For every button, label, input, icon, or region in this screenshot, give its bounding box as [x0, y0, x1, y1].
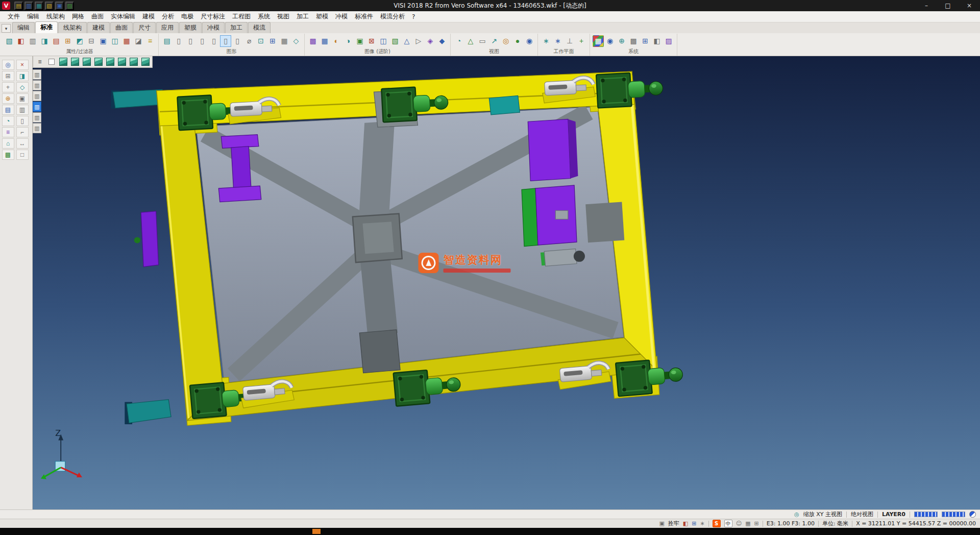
menu-item[interactable]: 实体编辑 [107, 11, 139, 22]
toolbar-icon[interactable]: ▤ [51, 35, 62, 47]
toolbar-icon[interactable]: ◧ [651, 35, 663, 47]
toolbar-icon[interactable]: ⊡ [255, 35, 266, 47]
ribbon-tab[interactable]: 编辑 [12, 22, 35, 33]
toolbar-icon[interactable]: ◨ [39, 35, 50, 47]
status-tool-icon[interactable]: ∗ [700, 520, 704, 527]
toolbar-icon[interactable]: ∗ [552, 35, 564, 47]
sidebar-tool-icon[interactable]: ▩ [2, 150, 14, 160]
menu-item[interactable]: 文件 [4, 11, 23, 22]
toolbar-icon[interactable]: ⊥ [564, 35, 575, 47]
menu-item[interactable]: 电极 [178, 11, 197, 22]
maximize-button[interactable]: □ [937, 0, 959, 11]
toolbar-icon[interactable]: ▩ [307, 35, 318, 47]
sidebar-tool-icon[interactable]: ▤ [2, 105, 14, 115]
toolbar-icon[interactable]: ⊕ [616, 35, 627, 47]
sidebar-tool-icon[interactable]: ◇ [16, 82, 29, 92]
close-button[interactable]: × [959, 0, 980, 11]
ribbon-tab[interactable]: 应用 [156, 22, 179, 33]
toolbar-icon[interactable]: ▥ [27, 35, 38, 47]
ribbon-tab[interactable]: 尺寸 [133, 22, 156, 33]
ribbon-tab[interactable]: 塑膜 [179, 22, 202, 33]
toolbar-icon[interactable]: ▨ [663, 35, 674, 47]
toolbar-icon[interactable]: ↗ [488, 35, 500, 47]
sidebar-tool-icon[interactable]: ▯ [16, 116, 29, 126]
toolbar-icon[interactable]: ◐ [331, 35, 342, 47]
view-cube-icon[interactable]: ≡ [34, 57, 45, 67]
toolbar-icon[interactable]: ◉ [524, 35, 535, 47]
ribbon-tab[interactable]: 曲面 [110, 22, 133, 33]
layer-cylinder-icon[interactable]: ▥ [33, 69, 41, 80]
layer-cylinder-icon[interactable]: ▥ [33, 112, 41, 123]
toolbar-icon[interactable]: ▭ [477, 35, 488, 47]
quick-access-icon[interactable]: ▤ [14, 2, 23, 10]
sidebar-tool-icon[interactable]: ◎ [2, 60, 14, 70]
sidebar-tool-icon[interactable]: ▣ [16, 93, 29, 104]
layer-cylinder-icon[interactable]: ▥ [33, 80, 41, 90]
layer-cylinder-icon[interactable]: ▥ [33, 91, 41, 101]
toolbar-icon[interactable]: ▯ [208, 35, 219, 47]
menu-item[interactable]: 系统 [254, 11, 274, 22]
toolbar-icon[interactable]: ◪ [133, 35, 144, 47]
quick-access-icon[interactable]: ▨ [65, 2, 74, 10]
sidebar-tool-icon[interactable]: ◨ [16, 71, 29, 81]
ribbon-tab[interactable]: 建模 [87, 22, 110, 33]
tab-dropdown-button[interactable]: ▾ [2, 24, 11, 33]
toolbar-icon[interactable]: ▯ [173, 35, 184, 47]
absolute-view-label[interactable]: 绝对视图 [851, 510, 873, 518]
toolbar-icon[interactable]: ◎ [500, 35, 511, 47]
view-cube-icon[interactable] [93, 57, 104, 67]
toolbar-icon[interactable]: ▩ [628, 35, 639, 47]
menu-item[interactable]: 线架构 [43, 11, 68, 22]
ime-emoji-icon[interactable]: ☺ [736, 520, 742, 527]
menu-item[interactable]: 标准件 [351, 11, 377, 22]
ime-toolbox-icon[interactable]: ⊞ [754, 520, 759, 527]
toolbar-icon[interactable]: ● [512, 35, 523, 47]
ribbon-tab[interactable]: 冲模 [202, 22, 225, 33]
toolbar-icon[interactable]: ⊞ [267, 35, 278, 47]
menu-item[interactable]: 加工 [293, 11, 312, 22]
view-cube-icon[interactable] [81, 57, 92, 67]
layer-cylinder-icon[interactable]: ▥ [33, 123, 41, 133]
toolbar-icon[interactable]: ▯ [232, 35, 243, 47]
toolbar-icon[interactable]: ◈ [425, 35, 436, 47]
sidebar-tool-icon[interactable]: ◔ [2, 116, 14, 126]
ribbon-tab[interactable]: 加工 [225, 22, 248, 33]
toolbar-icon[interactable]: ▦ [593, 35, 604, 47]
ime-language-toggle[interactable]: 中 [724, 520, 732, 527]
sidebar-tool-icon[interactable]: ≡ [2, 127, 14, 137]
sidebar-tool-icon[interactable]: ⌂ [2, 138, 14, 149]
menu-item[interactable]: ? [408, 12, 419, 21]
menu-item[interactable]: 视图 [274, 11, 293, 22]
toolbar-icon[interactable]: ◉ [604, 35, 616, 47]
toolbar-icon[interactable]: ⊞ [640, 35, 651, 47]
sidebar-tool-icon[interactable]: ↔ [16, 138, 29, 149]
toolbar-icon[interactable]: + [576, 35, 587, 47]
ribbon-tab[interactable]: 线架构 [58, 22, 87, 33]
viewport-canvas[interactable]: Z [33, 56, 980, 509]
toolbar-icon[interactable]: ◫ [109, 35, 120, 47]
toolbar-icon[interactable]: ⌀ [243, 35, 255, 47]
lock-label[interactable]: 拴牢 [668, 520, 679, 527]
toolbar-icon[interactable]: ▷ [413, 35, 424, 47]
toolbar-icon[interactable]: ◩ [74, 35, 85, 47]
toolbar-icon[interactable]: ▧ [389, 35, 401, 47]
sidebar-tool-icon[interactable]: □ [16, 150, 29, 160]
sidebar-tool-icon[interactable]: + [2, 82, 14, 92]
ime-keyboard-icon[interactable]: ▦ [745, 520, 750, 527]
layer-cylinder-icon[interactable]: ▥ [33, 102, 41, 112]
sidebar-tool-icon[interactable]: × [16, 60, 29, 70]
zoom-view-icon[interactable]: ◎ [794, 511, 799, 518]
view-cube-icon[interactable]: □ [46, 57, 57, 67]
toolbar-icon[interactable]: ◆ [436, 35, 448, 47]
ime-sogou-icon[interactable]: S [713, 520, 721, 527]
toolbar-icon[interactable]: ▣ [97, 35, 109, 47]
view-cube-icon[interactable] [116, 57, 128, 67]
taskbar-item[interactable] [312, 529, 321, 534]
toolbar-icon[interactable]: ≡ [144, 35, 156, 47]
menu-item[interactable]: 模流分析 [377, 11, 408, 22]
toolbar-icon[interactable]: ◔ [453, 35, 464, 47]
sidebar-tool-icon[interactable]: ⊕ [2, 93, 14, 104]
toolbar-icon[interactable]: ▯ [197, 35, 208, 47]
toolbar-icon[interactable]: ▦ [121, 35, 132, 47]
sidebar-tool-icon[interactable]: ⌐ [16, 127, 29, 137]
